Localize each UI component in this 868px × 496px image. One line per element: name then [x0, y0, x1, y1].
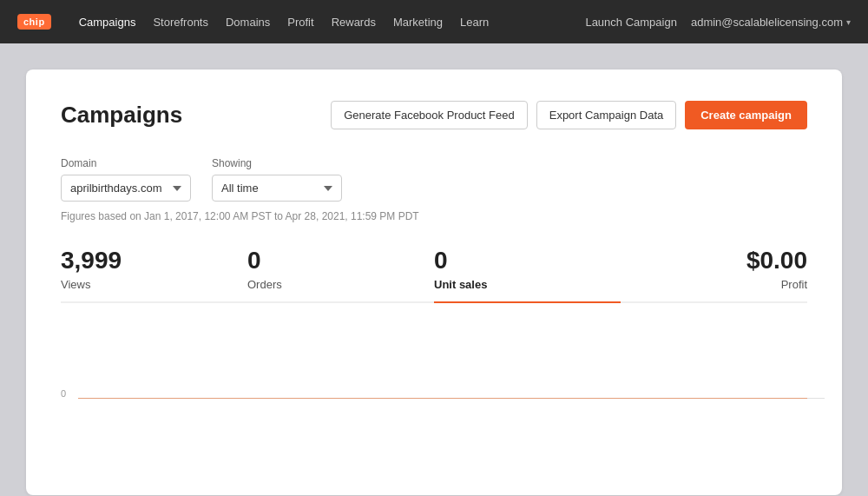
showing-label: Showing: [212, 157, 342, 169]
domain-filter-group: Domain aprilbirthdays.com: [61, 157, 191, 202]
header-actions: Generate Facebook Product Feed Export Ca…: [331, 101, 807, 129]
domain-select[interactable]: aprilbirthdays.com: [61, 175, 191, 202]
stat-orders-value: 0: [247, 247, 434, 274]
export-data-button[interactable]: Export Campaign Data: [536, 101, 677, 129]
showing-select[interactable]: All timeLast 7 daysLast 30 daysLast 90 d…: [212, 175, 342, 202]
logo[interactable]: chip: [17, 14, 51, 30]
stat-orders: 0 Orders: [247, 247, 434, 303]
header-row: Campaigns Generate Facebook Product Feed…: [61, 101, 807, 129]
main-wrapper: Campaigns Generate Facebook Product Feed…: [0, 43, 868, 496]
stat-profit: $0.00 Profit: [621, 247, 807, 303]
nav-campaigns[interactable]: Campaigns: [79, 16, 136, 29]
chevron-down-icon: ▾: [846, 17, 851, 27]
nav-storefronts[interactable]: Storefronts: [153, 16, 208, 29]
stat-unit-sales: 0 Unit sales: [434, 247, 621, 303]
user-menu[interactable]: admin@scalablelicensing.com ▾: [691, 16, 851, 29]
stat-views: 3,999 Views: [61, 247, 247, 303]
stat-views-value: 3,999: [61, 247, 247, 274]
nav-domains[interactable]: Domains: [226, 16, 270, 29]
main-nav: chip Campaigns Storefronts Domains Profi…: [0, 0, 868, 43]
user-email: admin@scalablelicensing.com: [691, 16, 843, 29]
stats-row: 3,999 Views 0 Orders 0 Unit sales $0.00 …: [61, 247, 807, 303]
nav-right: Launch Campaign admin@scalablelicensing.…: [585, 16, 851, 29]
nav-learn[interactable]: Learn: [460, 16, 489, 29]
nav-rewards[interactable]: Rewards: [332, 16, 376, 29]
generate-feed-button[interactable]: Generate Facebook Product Feed: [331, 101, 528, 129]
page-title: Campaigns: [61, 102, 182, 129]
filters-row: Domain aprilbirthdays.com Showing All ti…: [61, 157, 807, 202]
stat-profit-label: Profit: [621, 278, 807, 291]
chart-line-container: [78, 398, 807, 399]
figures-note: Figures based on Jan 1, 2017, 12:00 AM P…: [61, 210, 807, 222]
nav-marketing[interactable]: Marketing: [393, 16, 443, 29]
content-card: Campaigns Generate Facebook Product Feed…: [26, 69, 842, 495]
domain-label: Domain: [61, 157, 191, 169]
stat-views-label: Views: [61, 278, 247, 291]
launch-campaign-link[interactable]: Launch Campaign: [585, 16, 677, 29]
stat-unit-sales-label: Unit sales: [434, 278, 621, 291]
stat-profit-value: $0.00: [621, 247, 807, 274]
nav-profit[interactable]: Profit: [287, 16, 313, 29]
chart-line: [78, 398, 807, 399]
stat-unit-sales-value: 0: [434, 247, 621, 274]
nav-links: Campaigns Storefronts Domains Profit Rew…: [79, 16, 565, 29]
showing-filter-group: Showing All timeLast 7 daysLast 30 daysL…: [212, 157, 342, 202]
chart-area: 0: [61, 329, 807, 399]
stat-orders-label: Orders: [247, 278, 434, 291]
create-campaign-button[interactable]: Create campaign: [685, 101, 807, 129]
chart-y-label: 0: [61, 388, 66, 399]
